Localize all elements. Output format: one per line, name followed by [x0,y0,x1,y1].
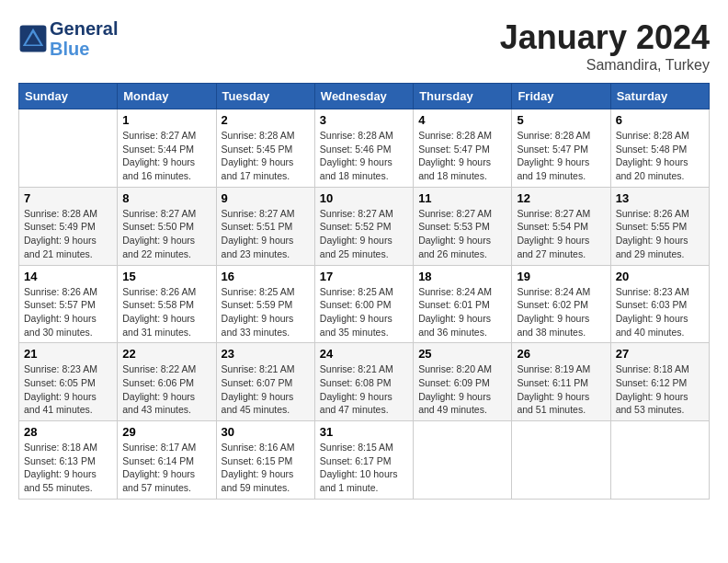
calendar-cell: 14Sunrise: 8:26 AM Sunset: 5:57 PM Dayli… [19,265,118,343]
calendar-cell [610,421,709,500]
day-number: 28 [24,425,112,439]
day-info: Sunrise: 8:28 AM Sunset: 5:47 PM Dayligh… [517,129,605,183]
weekday-header: Tuesday [216,84,314,109]
calendar-cell: 20Sunrise: 8:23 AM Sunset: 6:03 PM Dayli… [610,265,709,343]
calendar-cell: 7Sunrise: 8:28 AM Sunset: 5:49 PM Daylig… [19,187,118,265]
day-info: Sunrise: 8:26 AM Sunset: 5:55 PM Dayligh… [616,207,704,261]
day-number: 14 [24,270,112,283]
day-info: Sunrise: 8:25 AM Sunset: 5:59 PM Dayligh… [222,285,310,339]
title-block: January 2024 Samandira, Turkey [500,18,710,74]
calendar-cell: 13Sunrise: 8:26 AM Sunset: 5:55 PM Dayli… [610,187,709,265]
day-number: 10 [320,191,408,205]
day-number: 11 [418,191,506,205]
day-info: Sunrise: 8:28 AM Sunset: 5:46 PM Dayligh… [320,129,408,183]
calendar-week-row: 21Sunrise: 8:23 AM Sunset: 6:05 PM Dayli… [19,343,710,421]
day-info: Sunrise: 8:26 AM Sunset: 5:58 PM Dayligh… [122,285,210,339]
calendar-cell: 15Sunrise: 8:26 AM Sunset: 5:58 PM Dayli… [118,265,216,343]
calendar-cell: 25Sunrise: 8:20 AM Sunset: 6:09 PM Dayli… [414,343,512,421]
day-info: Sunrise: 8:18 AM Sunset: 6:13 PM Dayligh… [24,441,112,495]
calendar-cell: 8Sunrise: 8:27 AM Sunset: 5:50 PM Daylig… [118,187,216,265]
calendar-week-row: 14Sunrise: 8:26 AM Sunset: 5:57 PM Dayli… [19,265,710,343]
day-number: 26 [517,347,605,361]
calendar-cell: 24Sunrise: 8:21 AM Sunset: 6:08 PM Dayli… [314,343,413,421]
day-number: 3 [320,113,408,127]
day-number: 19 [517,270,605,283]
day-info: Sunrise: 8:27 AM Sunset: 5:52 PM Dayligh… [320,207,408,261]
day-info: Sunrise: 8:28 AM Sunset: 5:47 PM Dayligh… [418,129,506,183]
location: Samandira, Turkey [500,57,710,74]
calendar-cell: 5Sunrise: 8:28 AM Sunset: 5:47 PM Daylig… [512,109,610,188]
day-number: 15 [122,270,210,283]
day-info: Sunrise: 8:27 AM Sunset: 5:44 PM Dayligh… [122,129,210,183]
day-number: 2 [222,113,310,127]
day-info: Sunrise: 8:26 AM Sunset: 5:57 PM Dayligh… [24,285,112,339]
day-info: Sunrise: 8:28 AM Sunset: 5:45 PM Dayligh… [222,129,310,183]
calendar-table: SundayMondayTuesdayWednesdayThursdayFrid… [18,83,710,500]
logo: General Blue [18,18,118,59]
calendar-cell [414,421,512,500]
day-number: 20 [616,270,704,283]
page-header: General Blue January 2024 Samandira, Tur… [18,18,710,74]
day-info: Sunrise: 8:27 AM Sunset: 5:53 PM Dayligh… [418,207,506,261]
calendar-cell: 9Sunrise: 8:27 AM Sunset: 5:51 PM Daylig… [216,187,314,265]
calendar-cell: 26Sunrise: 8:19 AM Sunset: 6:11 PM Dayli… [512,343,610,421]
calendar-cell: 11Sunrise: 8:27 AM Sunset: 5:53 PM Dayli… [414,187,512,265]
calendar-cell: 22Sunrise: 8:22 AM Sunset: 6:06 PM Dayli… [118,343,216,421]
day-number: 23 [222,347,310,361]
day-number: 13 [616,191,704,205]
day-info: Sunrise: 8:25 AM Sunset: 6:00 PM Dayligh… [320,285,408,339]
calendar-cell: 30Sunrise: 8:16 AM Sunset: 6:15 PM Dayli… [216,421,314,500]
day-info: Sunrise: 8:17 AM Sunset: 6:14 PM Dayligh… [122,441,210,495]
day-info: Sunrise: 8:28 AM Sunset: 5:49 PM Dayligh… [24,207,112,261]
weekday-header-row: SundayMondayTuesdayWednesdayThursdayFrid… [19,84,710,109]
logo-text-line1: General [50,18,118,39]
calendar-cell: 12Sunrise: 8:27 AM Sunset: 5:54 PM Dayli… [512,187,610,265]
day-number: 24 [320,347,408,361]
calendar-cell: 2Sunrise: 8:28 AM Sunset: 5:45 PM Daylig… [216,109,314,188]
day-number: 12 [517,191,605,205]
day-info: Sunrise: 8:22 AM Sunset: 6:06 PM Dayligh… [122,362,210,417]
calendar-cell: 23Sunrise: 8:21 AM Sunset: 6:07 PM Dayli… [216,343,314,421]
day-number: 16 [222,270,310,283]
day-info: Sunrise: 8:27 AM Sunset: 5:50 PM Dayligh… [122,207,210,261]
logo-text-line2: Blue [50,39,118,59]
day-info: Sunrise: 8:20 AM Sunset: 6:09 PM Dayligh… [418,362,506,417]
day-number: 29 [122,425,210,439]
day-info: Sunrise: 8:16 AM Sunset: 6:15 PM Dayligh… [222,441,310,495]
calendar-cell: 28Sunrise: 8:18 AM Sunset: 6:13 PM Dayli… [19,421,118,500]
calendar-cell: 19Sunrise: 8:24 AM Sunset: 6:02 PM Dayli… [512,265,610,343]
weekday-header: Thursday [414,84,512,109]
day-number: 8 [122,191,210,205]
day-number: 6 [616,113,704,127]
day-number: 5 [517,113,605,127]
calendar-cell: 4Sunrise: 8:28 AM Sunset: 5:47 PM Daylig… [414,109,512,188]
calendar-cell [512,421,610,500]
calendar-week-row: 28Sunrise: 8:18 AM Sunset: 6:13 PM Dayli… [19,421,710,500]
day-number: 31 [320,425,408,439]
day-number: 17 [320,270,408,283]
day-info: Sunrise: 8:18 AM Sunset: 6:12 PM Dayligh… [616,362,704,417]
day-info: Sunrise: 8:28 AM Sunset: 5:48 PM Dayligh… [616,129,704,183]
day-number: 1 [122,113,210,127]
day-info: Sunrise: 8:23 AM Sunset: 6:03 PM Dayligh… [616,285,704,339]
calendar-cell: 16Sunrise: 8:25 AM Sunset: 5:59 PM Dayli… [216,265,314,343]
month-title: January 2024 [500,18,710,57]
day-number: 25 [418,347,506,361]
weekday-header: Monday [118,84,216,109]
calendar-week-row: 1Sunrise: 8:27 AM Sunset: 5:44 PM Daylig… [19,109,710,188]
calendar-cell: 10Sunrise: 8:27 AM Sunset: 5:52 PM Dayli… [314,187,413,265]
day-info: Sunrise: 8:27 AM Sunset: 5:51 PM Dayligh… [222,207,310,261]
day-number: 4 [418,113,506,127]
day-info: Sunrise: 8:24 AM Sunset: 6:02 PM Dayligh… [517,285,605,339]
day-number: 27 [616,347,704,361]
day-info: Sunrise: 8:27 AM Sunset: 5:54 PM Dayligh… [517,207,605,261]
calendar-cell: 27Sunrise: 8:18 AM Sunset: 6:12 PM Dayli… [610,343,709,421]
calendar-cell: 6Sunrise: 8:28 AM Sunset: 5:48 PM Daylig… [610,109,709,188]
calendar-cell: 21Sunrise: 8:23 AM Sunset: 6:05 PM Dayli… [19,343,118,421]
day-number: 21 [24,347,112,361]
day-number: 22 [122,347,210,361]
logo-icon [18,24,48,53]
day-number: 9 [222,191,310,205]
day-number: 18 [418,270,506,283]
calendar-cell: 3Sunrise: 8:28 AM Sunset: 5:46 PM Daylig… [314,109,413,188]
